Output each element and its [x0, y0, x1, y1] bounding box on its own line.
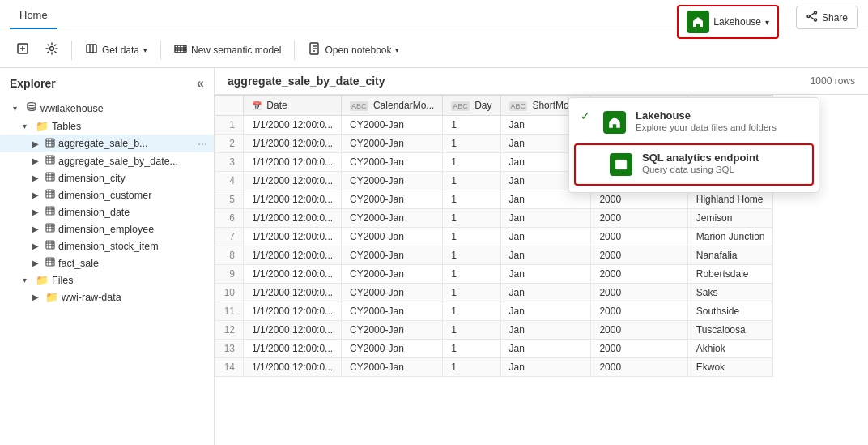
- table-icon: [45, 155, 55, 167]
- svg-point-8: [50, 47, 54, 51]
- row-count: 1000 rows: [811, 75, 855, 87]
- collapse-sidebar-button[interactable]: «: [197, 76, 204, 91]
- lakehouse-icon: [687, 11, 709, 33]
- table-icon: [45, 223, 55, 235]
- tree-table-aggregate-sale-by-date[interactable]: ▶ aggregate_sale_by_date...: [0, 152, 214, 169]
- table-arrow: ▶: [32, 190, 42, 199]
- sql-option-sub: Query data using SQL: [642, 165, 801, 174]
- share-button[interactable]: Share: [796, 6, 858, 29]
- tables-arrow: ▾: [23, 122, 32, 131]
- raw-data-folder-icon: 📁: [45, 291, 58, 303]
- table-row: 101/1/2000 12:00:0...CY2000-Jan1Jan2000S…: [215, 284, 773, 302]
- get-data-button[interactable]: Get data ▾: [79, 38, 154, 62]
- get-data-chevron: ▾: [143, 46, 147, 54]
- get-data-label: Get data: [102, 45, 139, 56]
- table-name-label: dimension_city: [58, 173, 126, 184]
- lakehouse-option-icon: [602, 109, 628, 135]
- tree-table-aggregate-sale-b[interactable]: ▶ aggregate_sale_b... ···: [0, 135, 214, 152]
- main-layout: Explorer « ▾ wwilakehouse ▾ 📁 Tables ▶: [0, 68, 868, 445]
- tab-home[interactable]: Home: [10, 2, 57, 29]
- new-semantic-model-label: New semantic model: [191, 45, 281, 56]
- files-label: Files: [52, 275, 73, 286]
- table-row: 71/1/2000 12:00:0...CY2000-Jan1Jan2000Ma…: [215, 228, 773, 246]
- lakehouse-option-title: Lakehouse: [636, 109, 807, 122]
- notebook-icon: [308, 42, 321, 58]
- tree-table-fact-sale[interactable]: ▶ fact_sale: [0, 255, 214, 272]
- abc-icon3: ABC: [509, 101, 528, 111]
- content-header: aggregate_sale_by_date_city 1000 rows: [215, 68, 868, 95]
- table-arrow: ▶: [32, 156, 42, 165]
- table-arrow: ▶: [32, 173, 42, 182]
- table-name-label: dimension_employee: [58, 224, 154, 235]
- top-bar: Home Lakehouse ▾ Share: [0, 0, 868, 32]
- new-semantic-model-button[interactable]: New semantic model: [168, 38, 287, 62]
- share-icon: [806, 11, 818, 24]
- table-name-label: aggregate_sale_b...: [58, 138, 148, 149]
- table-icon: [45, 138, 55, 150]
- tree-wwi-raw-data[interactable]: ▶ 📁 wwi-raw-data: [0, 289, 214, 306]
- svg-rect-9: [87, 45, 96, 53]
- settings-button[interactable]: [39, 38, 65, 62]
- dropdown-item-sql[interactable]: SQL analytics endpoint Query data using …: [576, 145, 812, 184]
- tree-table-dimension-customer[interactable]: ▶ dimension_customer: [0, 186, 214, 203]
- dropdown-item-sql-wrapper: SQL analytics endpoint Query data using …: [574, 143, 814, 186]
- file-name-label: wwi-raw-data: [62, 292, 121, 303]
- tree-table-dimension-date[interactable]: ▶ dimension_date: [0, 203, 214, 220]
- files-folder-icon: 📁: [36, 274, 49, 286]
- gear-icon: [45, 42, 58, 58]
- sidebar-title: Explorer: [10, 77, 56, 90]
- semantic-model-icon: [174, 42, 187, 58]
- new-item-button[interactable]: [10, 38, 36, 62]
- tree-table-dimension-employee[interactable]: ▶ dimension_employee: [0, 220, 214, 237]
- tree-table-dimension-city[interactable]: ▶ dimension_city: [0, 169, 214, 186]
- folder-icon: 📁: [36, 120, 49, 132]
- sidebar-header: Explorer «: [0, 68, 214, 99]
- table-arrow: ▶: [32, 259, 42, 267]
- notebook-chevron: ▾: [395, 46, 399, 54]
- svg-rect-28: [46, 156, 54, 164]
- table-name-label: fact_sale: [58, 258, 99, 269]
- open-notebook-label: Open notebook: [325, 45, 391, 56]
- share-btn-label: Share: [822, 12, 848, 24]
- sql-option-title: SQL analytics endpoint: [642, 152, 801, 164]
- svg-point-2: [807, 15, 810, 18]
- separator2: [160, 41, 161, 60]
- table-title: aggregate_sale_by_date_city: [228, 75, 385, 88]
- table-row: 111/1/2000 12:00:0...CY2000-Jan1Jan2000S…: [215, 302, 773, 321]
- table-icon: [45, 206, 55, 218]
- table-row: 81/1/2000 12:00:0...CY2000-Jan1Jan2000Na…: [215, 246, 773, 265]
- tree-files[interactable]: ▾ 📁 Files: [0, 272, 214, 289]
- svg-point-64: [618, 161, 625, 164]
- file-arrow: ▶: [32, 293, 42, 302]
- more-options-icon[interactable]: ···: [198, 137, 207, 150]
- files-arrow: ▾: [23, 276, 32, 285]
- tables-label: Tables: [52, 121, 81, 132]
- table-row: 91/1/2000 12:00:0...CY2000-Jan1Jan2000Ro…: [215, 265, 773, 284]
- svg-rect-23: [46, 139, 54, 147]
- table-icon: [45, 257, 55, 269]
- svg-line-4: [810, 16, 815, 19]
- col-header-rownum: [215, 96, 244, 116]
- table-icon: [45, 240, 55, 252]
- open-notebook-button[interactable]: Open notebook ▾: [301, 38, 406, 62]
- abc-icon: ABC: [350, 101, 368, 111]
- dropdown-item-lakehouse[interactable]: ✓ Lakehouse Explore your data files and …: [569, 103, 819, 142]
- lakehouse-dropdown-button[interactable]: Lakehouse ▾: [677, 5, 779, 39]
- svg-point-0: [814, 11, 816, 14]
- sql-option-icon: [608, 152, 634, 178]
- table-row: 61/1/2000 12:00:0...CY2000-Jan1Jan2000Je…: [215, 209, 773, 228]
- separator1: [71, 41, 72, 60]
- table-name-label: aggregate_sale_by_date...: [58, 156, 178, 167]
- tree-table-dimension-stock-item[interactable]: ▶ dimension_stock_item: [0, 237, 214, 255]
- col-header-calendarmo: ABC CalendarMo...: [342, 96, 443, 116]
- table-name-label: dimension_stock_item: [58, 241, 159, 252]
- tree-root-wwilakehouse[interactable]: ▾ wwilakehouse: [0, 99, 214, 118]
- lakehouse-option-sub: Explore your data files and folders: [636, 122, 807, 132]
- table-row: 141/1/2000 12:00:0...CY2000-Jan1Jan2000E…: [215, 358, 773, 377]
- svg-rect-58: [46, 258, 54, 266]
- lakehouse-option-text: Lakehouse Explore your data files and fo…: [636, 109, 807, 132]
- sidebar: Explorer « ▾ wwilakehouse ▾ 📁 Tables ▶: [0, 68, 215, 445]
- tree-tables[interactable]: ▾ 📁 Tables: [0, 118, 214, 135]
- svg-point-22: [28, 103, 36, 106]
- table-arrow: ▶: [32, 225, 42, 233]
